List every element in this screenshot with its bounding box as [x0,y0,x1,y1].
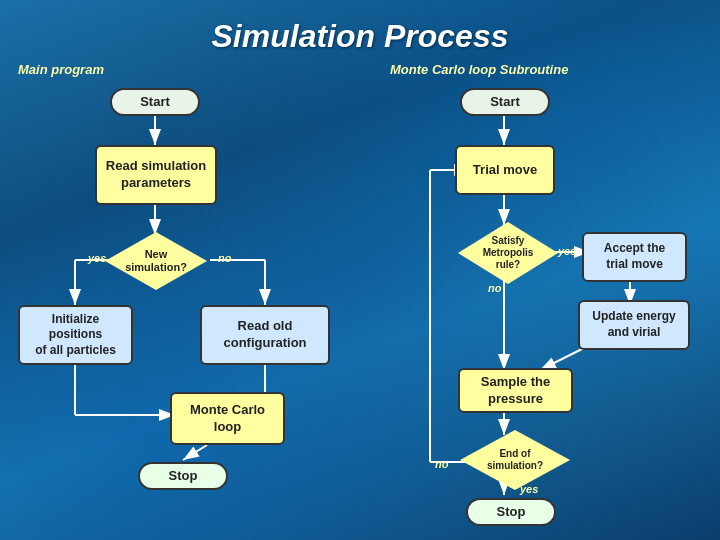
stop-monte-box: Stop [466,498,556,526]
yes-label-endsim: yes [520,483,538,495]
page-title: Simulation Process [0,18,720,55]
end-sim-diamond: End of simulation? [460,430,570,490]
no-label-satisfy: no [488,282,501,294]
read-old-box: Read old configuration [200,305,330,365]
read-sim-box: Read simulation parameters [95,145,217,205]
update-energy-box: Update energy and virial [578,300,690,350]
svg-line-12 [183,445,207,460]
stop-main-box: Stop [138,462,228,490]
yes-label-satisfy: yes [558,245,576,257]
monte-label: Monte Carlo loop Subroutine [390,62,568,77]
start-monte-box: Start [460,88,550,116]
new-simulation-diamond: New simulation? [105,232,207,290]
accept-trial-box: Accept the trial move [582,232,687,282]
monte-carlo-loop-box: Monte Carlo loop [170,392,285,445]
no-label-endsim: no [435,458,448,470]
satisfy-diamond: Satisfy Metropolis rule? [458,222,558,284]
trial-move-box: Trial move [455,145,555,195]
start-main-box: Start [110,88,200,116]
init-positions-box: Initialize positions of all particles [18,305,133,365]
no-label-main: no [218,252,231,264]
sample-pressure-box: Sample the pressure [458,368,573,413]
yes-label-main: yes [88,252,106,264]
main-program-label: Main program [18,62,104,77]
